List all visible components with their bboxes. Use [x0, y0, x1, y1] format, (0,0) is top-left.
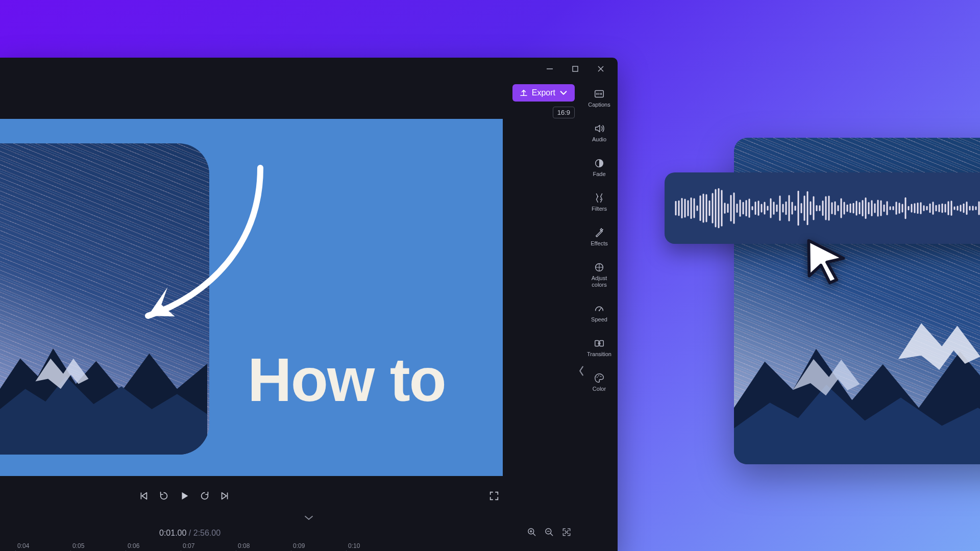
- fade-icon: [594, 158, 605, 169]
- transport-controls: [0, 482, 503, 510]
- time-current: 0:01.00: [159, 529, 186, 537]
- mountain-graphic: [0, 293, 207, 455]
- skip-start-icon: [138, 490, 149, 502]
- tool-fade[interactable]: Fade: [583, 155, 616, 180]
- tool-effects[interactable]: Effects: [583, 224, 616, 249]
- close-icon: [597, 65, 604, 72]
- upload-icon: [520, 89, 528, 97]
- svg-rect-0: [573, 66, 578, 71]
- maximize-button[interactable]: [570, 63, 581, 74]
- forward-button[interactable]: [199, 490, 210, 502]
- zoom-out-button[interactable]: [544, 527, 554, 539]
- time-separator: /: [189, 529, 191, 537]
- zoom-in-button[interactable]: [527, 527, 537, 539]
- svg-point-10: [598, 375, 599, 376]
- svg-point-11: [600, 376, 601, 377]
- mountain-graphic: [734, 285, 980, 464]
- audio-waveform-chip[interactable]: [665, 172, 980, 244]
- export-button[interactable]: Export: [512, 84, 575, 102]
- tool-captions[interactable]: Captions: [583, 85, 616, 111]
- skip-end-icon: [219, 490, 231, 502]
- adjust-colors-icon: [594, 262, 605, 273]
- tool-label: Transition: [587, 351, 611, 357]
- forward-icon: [199, 490, 210, 502]
- panel-collapse-handle[interactable]: [0, 512, 618, 524]
- export-label: Export: [532, 88, 555, 97]
- tool-speed[interactable]: Speed: [583, 300, 616, 325]
- audio-icon: [594, 123, 605, 134]
- svg-point-9: [597, 377, 598, 378]
- rewind-button[interactable]: [158, 490, 169, 502]
- effects-icon: [594, 227, 605, 238]
- minimize-icon: [546, 65, 553, 72]
- tool-label: Audio: [592, 136, 606, 142]
- captions-icon: [594, 88, 605, 99]
- svg-point-3: [597, 196, 598, 197]
- transition-icon: [594, 338, 605, 349]
- play-button[interactable]: [179, 490, 190, 502]
- preview-title-text[interactable]: How to: [248, 344, 446, 415]
- tool-label: Speed: [591, 316, 607, 322]
- rewind-icon: [158, 490, 169, 502]
- filters-icon: [594, 192, 605, 204]
- chevron-down-icon: [559, 89, 568, 97]
- tool-label: Captions: [588, 102, 610, 108]
- svg-point-4: [600, 199, 601, 200]
- time-total: 2:56.00: [193, 529, 220, 537]
- skip-start-button[interactable]: [138, 490, 149, 502]
- tool-label: Filters: [592, 206, 607, 212]
- zoom-in-icon: [527, 527, 537, 537]
- chevron-left-icon: [578, 364, 585, 378]
- zoom-out-icon: [544, 527, 554, 537]
- zoom-fit-button[interactable]: [561, 527, 572, 539]
- play-icon: [179, 490, 190, 502]
- cursor-pointer-graphic: [801, 237, 850, 286]
- maximize-icon: [572, 65, 579, 72]
- svg-point-6: [599, 310, 600, 311]
- preview-canvas[interactable]: How to: [0, 119, 503, 476]
- tool-adjust-colors[interactable]: Adjust colors: [583, 259, 616, 290]
- skip-end-button[interactable]: [219, 490, 231, 502]
- color-icon: [594, 372, 605, 384]
- playhead-timecode: 0:01.00 / 2:56.00: [159, 529, 220, 538]
- tool-label: Effects: [591, 240, 607, 246]
- zoom-fit-icon: [561, 527, 572, 537]
- tool-transition[interactable]: Transition: [583, 335, 616, 360]
- rail-collapse-handle[interactable]: [578, 359, 585, 383]
- minimize-button[interactable]: [544, 63, 555, 74]
- preview-clip-thumbnail: [0, 143, 209, 455]
- timeline-ruler[interactable]: 0:040:050:060:070:080:090:10: [0, 540, 577, 551]
- video-editor-window: Export 16:9 Captions Audio Fade Filters …: [0, 58, 618, 551]
- tool-label: Adjust colors: [592, 275, 607, 287]
- chevron-down-icon: [304, 515, 314, 520]
- fullscreen-icon: [488, 490, 500, 502]
- tool-label: Fade: [593, 171, 605, 177]
- speed-icon: [594, 303, 605, 314]
- tool-label: Color: [593, 386, 606, 392]
- tool-audio[interactable]: Audio: [583, 120, 616, 145]
- tool-filters[interactable]: Filters: [583, 189, 616, 215]
- close-button[interactable]: [595, 63, 606, 74]
- aspect-ratio-badge[interactable]: 16:9: [553, 107, 575, 118]
- fullscreen-button[interactable]: [488, 490, 500, 502]
- waveform-graphic: [675, 186, 980, 230]
- window-controls: [544, 58, 618, 80]
- property-rail: Captions Audio Fade Filters Effects Adju…: [581, 81, 618, 448]
- tool-color[interactable]: Color: [583, 369, 616, 395]
